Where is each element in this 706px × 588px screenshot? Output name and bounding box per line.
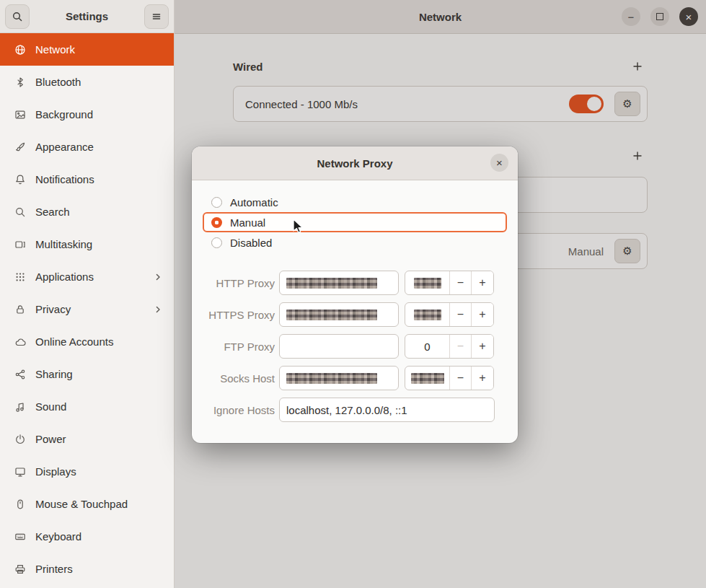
sidebar-item-power[interactable]: Power bbox=[0, 423, 174, 455]
sidebar-item-network[interactable]: Network bbox=[0, 33, 174, 66]
sidebar-item-background[interactable]: Background bbox=[0, 98, 174, 131]
socks-port-value[interactable] bbox=[405, 367, 450, 390]
proxy-mode-manual[interactable]: Manual bbox=[203, 212, 507, 232]
dialog-titlebar[interactable]: Network Proxy × bbox=[192, 146, 518, 180]
redacted-value bbox=[411, 373, 444, 384]
sidebar: Settings Network Bluetooth Background Ap… bbox=[0, 0, 175, 588]
http-proxy-row: HTTP Proxy − + bbox=[203, 271, 507, 295]
http-proxy-input[interactable] bbox=[279, 271, 399, 295]
ignore-hosts-row: Ignore Hosts localhost, 127.0.0.0/8, ::1 bbox=[203, 398, 507, 422]
ftp-port-value[interactable]: 0 bbox=[405, 335, 450, 358]
search-icon bbox=[12, 11, 23, 22]
sidebar-item-online-accounts[interactable]: Online Accounts bbox=[0, 325, 174, 358]
https-port-increment-button[interactable]: + bbox=[472, 303, 493, 326]
http-port-value[interactable] bbox=[405, 271, 450, 294]
sidebar-item-sharing[interactable]: Sharing bbox=[0, 358, 174, 390]
sharing-nodes-icon bbox=[14, 369, 26, 380]
https-proxy-row: HTTPS Proxy − + bbox=[203, 302, 507, 327]
https-proxy-input[interactable] bbox=[279, 302, 399, 327]
radio-unchecked-icon bbox=[211, 237, 222, 248]
privacy-lock-icon bbox=[14, 304, 26, 315]
ignore-hosts-input[interactable]: localhost, 127.0.0.0/8, ::1 bbox=[279, 398, 495, 422]
ftp-proxy-input[interactable] bbox=[279, 334, 399, 359]
sidebar-item-label: Power bbox=[35, 433, 66, 445]
online-accounts-cloud-icon bbox=[14, 336, 26, 348]
keyboard-icon bbox=[14, 531, 26, 543]
sidebar-item-appearance[interactable]: Appearance bbox=[0, 131, 174, 163]
sidebar-item-applications[interactable]: Applications bbox=[0, 260, 174, 293]
applications-grid-icon bbox=[14, 271, 26, 283]
ftp-port-spinner: 0 − + bbox=[405, 334, 494, 359]
redacted-value bbox=[286, 373, 377, 384]
proxy-mode-disabled[interactable]: Disabled bbox=[203, 232, 507, 253]
mouse-icon bbox=[14, 499, 26, 510]
sidebar-item-label: Sharing bbox=[35, 368, 73, 380]
sidebar-item-printers[interactable]: Printers bbox=[0, 553, 174, 585]
ftp-port-increment-button[interactable]: + bbox=[472, 335, 493, 358]
sound-note-icon bbox=[14, 401, 26, 413]
redacted-value bbox=[286, 310, 377, 320]
bluetooth-icon bbox=[14, 76, 26, 88]
sidebar-item-sound[interactable]: Sound bbox=[0, 390, 174, 423]
sidebar-item-label: Displays bbox=[35, 465, 76, 478]
sidebar-item-notifications[interactable]: Notifications bbox=[0, 163, 174, 196]
app-title: Settings bbox=[66, 10, 108, 22]
https-port-decrement-button[interactable]: − bbox=[450, 303, 472, 326]
chevron-right-icon bbox=[152, 304, 164, 315]
mode-label: Manual bbox=[230, 216, 265, 229]
socks-port-spinner: − + bbox=[405, 366, 494, 390]
socks-port-increment-button[interactable]: + bbox=[472, 367, 493, 390]
sidebar-item-search[interactable]: Search bbox=[0, 196, 174, 228]
port-value-text: 0 bbox=[424, 341, 430, 353]
sidebar-item-label: Keyboard bbox=[35, 530, 81, 543]
chevron-right-icon bbox=[152, 271, 164, 283]
printer-icon bbox=[14, 563, 26, 575]
ignore-hosts-label: Ignore Hosts bbox=[203, 404, 275, 416]
sidebar-headerbar: Settings bbox=[0, 0, 174, 33]
sidebar-item-label: Appearance bbox=[35, 141, 94, 153]
sidebar-item-bluetooth[interactable]: Bluetooth bbox=[0, 66, 174, 98]
search-button[interactable] bbox=[5, 4, 30, 29]
socks-host-row: Socks Host − + bbox=[203, 366, 507, 390]
sidebar-item-multitasking[interactable]: Multitasking bbox=[0, 228, 174, 260]
http-port-increment-button[interactable]: + bbox=[472, 271, 493, 294]
sidebar-item-label: Privacy bbox=[35, 303, 71, 315]
notifications-bell-icon bbox=[14, 174, 26, 185]
sidebar-list: Network Bluetooth Background Appearance … bbox=[0, 33, 174, 588]
displays-monitor-icon bbox=[14, 466, 26, 478]
http-port-decrement-button[interactable]: − bbox=[450, 271, 472, 294]
sidebar-item-displays[interactable]: Displays bbox=[0, 455, 174, 488]
redacted-value bbox=[414, 310, 441, 320]
dialog-close-button[interactable]: × bbox=[490, 154, 508, 172]
sidebar-item-mouse-touchpad[interactable]: Mouse & Touchpad bbox=[0, 488, 174, 520]
socks-host-input[interactable] bbox=[279, 366, 399, 390]
redacted-value bbox=[414, 278, 441, 289]
proxy-mode-automatic[interactable]: Automatic bbox=[203, 192, 507, 212]
network-globe-icon bbox=[14, 44, 26, 56]
sidebar-item-label: Bluetooth bbox=[35, 76, 81, 88]
radio-unchecked-icon bbox=[211, 197, 222, 208]
sidebar-item-privacy[interactable]: Privacy bbox=[0, 293, 174, 325]
sidebar-item-label: Sound bbox=[35, 400, 66, 413]
https-port-spinner: − + bbox=[405, 302, 494, 327]
search-magnifier-icon bbox=[14, 206, 26, 218]
sidebar-item-label: Online Accounts bbox=[35, 335, 113, 348]
power-icon bbox=[14, 434, 26, 445]
ftp-proxy-label: FTP Proxy bbox=[203, 341, 275, 353]
http-port-spinner: − + bbox=[405, 271, 494, 295]
background-wallpaper-icon bbox=[14, 109, 26, 120]
ftp-port-decrement-button[interactable]: − bbox=[450, 335, 472, 358]
ignore-hosts-value: localhost, 127.0.0.0/8, ::1 bbox=[286, 404, 407, 416]
dialog-body: Automatic Manual Disabled HTTP Proxy bbox=[192, 180, 518, 443]
sidebar-item-label: Printers bbox=[35, 563, 73, 575]
sidebar-item-label: Multitasking bbox=[35, 238, 92, 250]
socks-port-decrement-button[interactable]: − bbox=[450, 367, 472, 390]
sidebar-item-keyboard[interactable]: Keyboard bbox=[0, 520, 174, 553]
sidebar-item-label: Network bbox=[35, 43, 75, 56]
sidebar-item-label: Applications bbox=[35, 271, 94, 283]
primary-menu-button[interactable] bbox=[144, 4, 169, 29]
sidebar-item-label: Search bbox=[35, 206, 70, 218]
hamburger-menu-icon bbox=[151, 11, 162, 22]
https-port-value[interactable] bbox=[405, 303, 450, 326]
radio-checked-icon bbox=[211, 217, 222, 228]
